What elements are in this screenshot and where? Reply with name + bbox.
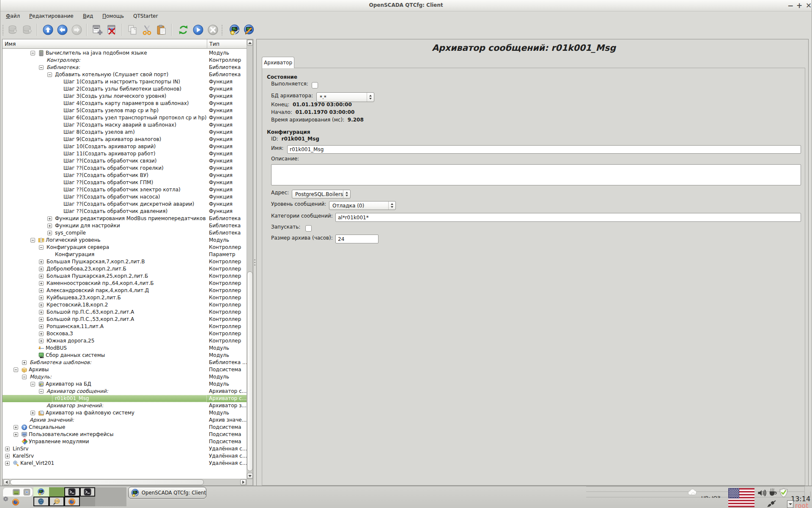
- shield-check-icon[interactable]: [779, 488, 788, 498]
- workspace-cell[interactable]: [64, 487, 80, 497]
- tree-row[interactable]: Шаг ??(Создать обработчик связи)Функция: [3, 157, 247, 165]
- maximize-button[interactable]: +: [795, 1, 804, 10]
- workspace-cell[interactable]: [33, 497, 49, 506]
- tree-row[interactable]: Шаг ??(Создать обработчик электро котла)…: [3, 186, 247, 193]
- workspace-cell[interactable]: [95, 497, 111, 506]
- tree-row[interactable]: ModBUSМодуль: [3, 345, 247, 352]
- collapse-icon[interactable]: [39, 389, 44, 394]
- tree-row[interactable]: Шаг ??(Создать обработчик давления)Функц…: [3, 208, 247, 215]
- expand-icon[interactable]: [39, 310, 44, 315]
- tree-row[interactable]: Куйбышева,23,корп.2,лит.БКонтроллер: [3, 294, 247, 301]
- expand-icon[interactable]: [22, 360, 27, 365]
- collapse-icon[interactable]: [30, 238, 35, 243]
- expand-icon[interactable]: [39, 339, 44, 343]
- tree-row[interactable]: Функции для настройкиБиблиотека: [3, 222, 247, 229]
- tree-row[interactable]: Шаг ??(Создать обработчик ВУ)Функция: [3, 172, 247, 179]
- tree-row[interactable]: KarelSrvУдалённая с...: [3, 453, 247, 460]
- plug-icon[interactable]: [766, 499, 777, 508]
- expand-icon[interactable]: [39, 288, 44, 293]
- tree-row[interactable]: Большой пр.П.С.,63,корп.2,лит.АКонтролле…: [3, 309, 247, 316]
- collapse-icon[interactable]: [14, 367, 18, 372]
- address-combobox[interactable]: PostgreSQL.Boilers: [292, 190, 351, 199]
- tree-row[interactable]: Большая Пушкарская,25,корп.2,лит.БКонтро…: [3, 273, 247, 280]
- expand-icon[interactable]: [39, 295, 44, 300]
- tree-row[interactable]: sys_compileБиблиотека: [3, 229, 247, 237]
- expand-icon[interactable]: [47, 224, 52, 228]
- message-level-combobox[interactable]: Отладка (0): [329, 201, 396, 210]
- tree-row[interactable]: Архиватор на файловую системуМодуль: [3, 409, 247, 417]
- gear-icon[interactable]: [3, 495, 8, 501]
- expand-icon[interactable]: [39, 260, 44, 264]
- volume-icon[interactable]: [757, 489, 767, 497]
- scroll-left-button[interactable]: [3, 479, 9, 485]
- expand-icon[interactable]: [5, 454, 10, 458]
- toolbar-drag-handle[interactable]: [221, 25, 223, 36]
- tree-row[interactable]: Шаг 6(Создать узел транспортный протокол…: [3, 114, 247, 121]
- tree-row[interactable]: Логический уровеньМодуль: [3, 237, 247, 244]
- close-button[interactable]: ✕: [804, 1, 812, 10]
- expand-icon[interactable]: [14, 432, 18, 437]
- vscroll-thumb[interactable]: [247, 271, 253, 471]
- tree-row[interactable]: Воскова,3Контроллер: [3, 330, 247, 337]
- tree-row[interactable]: Архив значений:Архив значе...: [3, 417, 247, 424]
- archive-size-input[interactable]: [335, 235, 379, 243]
- expand-icon[interactable]: [39, 324, 44, 329]
- expand-icon[interactable]: [39, 267, 44, 271]
- tree-row[interactable]: Большой пр.П.С.,53,корп.2,лит.АКонтролле…: [3, 316, 247, 323]
- tree-row[interactable]: Шаг ??(Создать обработчик насоса)Функция: [3, 193, 247, 201]
- start-checkbox[interactable]: [305, 225, 312, 232]
- expand-icon[interactable]: [5, 461, 10, 466]
- coffee-icon[interactable]: [768, 488, 777, 497]
- running-checkbox[interactable]: [312, 82, 318, 88]
- tree-row[interactable]: Шаг 4(Создать карту параметров в шаблона…: [3, 100, 247, 107]
- tree-row[interactable]: Шаг 8(Создать узелов am)Функция: [3, 129, 247, 136]
- tree-row[interactable]: Karel_Virt201Удалённая с...: [3, 460, 247, 467]
- tree-row[interactable]: Вычислитель на java подобном языкеМодуль: [3, 50, 247, 57]
- menu-редактирование[interactable]: Редактирование: [29, 11, 74, 21]
- tree-row[interactable]: Шаг 1(Создать и настроить транспорты IN)…: [3, 78, 247, 86]
- workspace-cell[interactable]: [64, 497, 80, 506]
- menu-вид[interactable]: Вид: [83, 11, 93, 21]
- categories-input[interactable]: [335, 213, 801, 222]
- toolbar-drag-handle[interactable]: [2, 25, 4, 36]
- toolbar-start-button[interactable]: [191, 22, 205, 37]
- scroll-right-button[interactable]: [240, 479, 246, 485]
- toolbar-up-button[interactable]: [41, 22, 55, 37]
- tree-row[interactable]: Добавить котельную (Слушает свой порт)Би…: [3, 71, 247, 78]
- expand-icon[interactable]: [39, 317, 44, 322]
- splitter-handle[interactable]: [254, 259, 255, 266]
- tree-row[interactable]: АрхивыПодсистема: [3, 366, 247, 373]
- tree-row[interactable]: Шаг ??(Создать обработчик горелки)Функци…: [3, 165, 247, 172]
- tree-row[interactable]: Шаг 9(Создать архиватор аналогов)Функция: [3, 136, 247, 143]
- toolbar-cut-button[interactable]: [140, 22, 154, 37]
- workspace-cell[interactable]: [49, 487, 65, 497]
- tree-row[interactable]: Библиотека:Библиотека: [3, 64, 247, 71]
- tree-row[interactable]: Шаг 10(Создать архиватор аврий)Функция: [3, 143, 247, 150]
- tree-row[interactable]: Модуль:Модуль: [3, 373, 247, 381]
- workspace-cell[interactable]: [111, 487, 126, 497]
- hscroll-thumb[interactable]: [10, 479, 204, 485]
- tree-row[interactable]: Пользовательские интерфейсыПодсистема: [3, 431, 247, 438]
- expand-icon[interactable]: [39, 274, 44, 279]
- tree-row[interactable]: Контроллер:Контроллер: [3, 57, 247, 64]
- toolbar-load-button[interactable]: [6, 22, 20, 37]
- tree-row[interactable]: Крестовский,18,корп.2Контроллер: [3, 301, 247, 309]
- workspace-cell[interactable]: [95, 487, 111, 497]
- expand-icon[interactable]: [30, 411, 35, 415]
- tree-row[interactable]: Конфигурация сервераКонтроллер: [3, 244, 247, 251]
- tree-row[interactable]: r01k001_MsgАрхиватор с...: [3, 395, 247, 402]
- tree-row[interactable]: ?СпециальныеПодсистема: [3, 424, 247, 431]
- tree-row[interactable]: Библиотека шаблонов:Библиотека ...: [3, 359, 247, 366]
- taskbar-window-button[interactable]: OpenSCADA QTCfg: Client: [128, 487, 206, 499]
- toolbar-paste-button[interactable]: [154, 22, 168, 37]
- tree-row[interactable]: Шаг 2(Создать узлы библиотеки шаблонов)Ф…: [3, 86, 247, 93]
- firefox-launcher[interactable]: [12, 498, 19, 506]
- expand-icon[interactable]: [39, 303, 44, 307]
- toolbar-copy-button[interactable]: [125, 22, 140, 37]
- tree-row[interactable]: КонфигурацияПараметр: [3, 251, 247, 258]
- tree-row[interactable]: Александровский парк,4,корп.4,лит.ДКонтр…: [3, 287, 247, 294]
- scroll-down-button[interactable]: [247, 473, 253, 479]
- tree-row[interactable]: Шаг ??(Создать обработчик дискретной ава…: [3, 201, 247, 208]
- workspace-cell[interactable]: [33, 487, 49, 497]
- tray-dropdown-button[interactable]: [787, 500, 793, 508]
